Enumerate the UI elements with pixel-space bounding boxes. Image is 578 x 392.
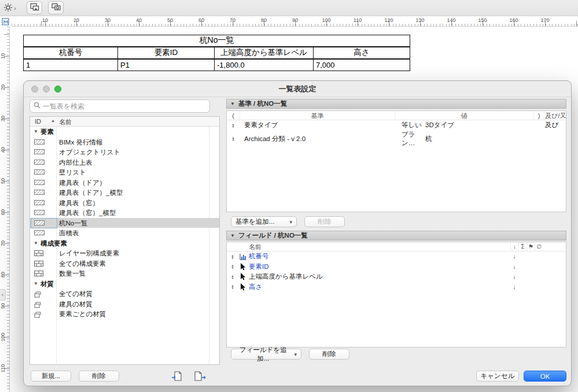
- doc-table-header-cell: 要素ID: [118, 47, 215, 59]
- new-schedule-button[interactable]: 新規...: [31, 371, 71, 382]
- schedule-icon: [34, 169, 45, 175]
- list-group-row[interactable]: ▼構成要素: [30, 238, 219, 249]
- search-input[interactable]: [43, 102, 206, 110]
- horizontal-ruler: 1020304050607080901001101201301401501601…: [12, 17, 578, 27]
- field-row[interactable]: ▲▼高さ↓: [227, 282, 566, 293]
- material-icon: [34, 291, 42, 298]
- list-item[interactable]: 全ての構成要素: [30, 258, 219, 269]
- reorder-handle[interactable]: ▲▼: [227, 123, 240, 128]
- reorder-handle[interactable]: ▲▼: [227, 275, 238, 279]
- ruler-number: 50: [167, 17, 173, 23]
- export-scheme-button[interactable]: [192, 370, 209, 382]
- sort-direction: ↓: [510, 273, 518, 280]
- list-item[interactable]: 数量一覧: [30, 268, 219, 279]
- schedule-icon: [34, 149, 45, 154]
- list-item[interactable]: 建具表（ドア）_横型: [30, 187, 219, 198]
- doc-table-header-cell: 高さ: [314, 47, 410, 59]
- list-item-name: レイヤー別構成要素: [59, 249, 119, 258]
- open-paren-column: (: [227, 111, 240, 120]
- add-field-button[interactable]: フィールドを追加... ▾: [231, 349, 301, 360]
- dialog-title: 一覧表設定: [24, 81, 571, 97]
- ruler-number: 30: [105, 17, 111, 23]
- schedule-icon: [34, 220, 45, 225]
- ruler-number: 80: [261, 17, 267, 23]
- schedule-list-header[interactable]: ID ▲ 名前: [30, 117, 219, 127]
- list-item[interactable]: 建具の材質: [30, 299, 219, 309]
- gear-icon: [3, 3, 13, 14]
- schedule-icon: [34, 190, 45, 195]
- reorder-handle[interactable]: ▲▼: [227, 136, 240, 141]
- list-item[interactable]: 杭No一覧: [30, 218, 219, 228]
- list-group-label: 構成要素: [41, 239, 67, 248]
- add-criteria-button[interactable]: 基準を追加... ▾: [231, 216, 297, 227]
- list-item[interactable]: BIMx 発行情報: [30, 137, 219, 147]
- fields-section-header[interactable]: ▼ フィールド / 杭NO一覧: [226, 231, 566, 241]
- list-item[interactable]: オブジェクトリスト: [30, 147, 219, 157]
- criteria-table[interactable]: ( 基準 値 ) 及び/又は ▲▼要素タイプ等しい3Dタイプ及び▲▼Archic…: [226, 110, 566, 212]
- schedule-icon: [34, 200, 45, 205]
- reorder-handle[interactable]: ▲▼: [227, 264, 238, 269]
- list-item[interactable]: 面積表: [30, 228, 219, 238]
- hide-column-icon: ∅: [535, 242, 543, 252]
- doc-table-header-row: 杭番号要素ID上端高度から基準レベル高さ: [24, 47, 410, 59]
- list-item[interactable]: 全ての材質: [30, 289, 219, 299]
- ok-button[interactable]: OK: [524, 371, 566, 382]
- list-item[interactable]: 建具表（ドア）: [30, 177, 219, 188]
- close-button[interactable]: [31, 86, 38, 93]
- field-row[interactable]: ▲▼杭番号↓: [227, 252, 566, 262]
- list-item-name: 壁リスト: [59, 168, 86, 177]
- delete-criteria-button[interactable]: 削除: [304, 216, 345, 227]
- criteria-logic: 及び: [544, 121, 566, 130]
- field-row[interactable]: ▲▼上端高度から基準レベル↓: [227, 272, 566, 282]
- delete-schedule-button[interactable]: 削除: [79, 371, 119, 382]
- zoom-button[interactable]: [54, 86, 61, 93]
- list-item-name: 内部仕上表: [59, 158, 93, 167]
- schedule-icon: [34, 180, 45, 185]
- chart-icon: [238, 253, 248, 260]
- search-icon: [34, 102, 41, 110]
- list-item[interactable]: 要素ごとの材質: [30, 309, 219, 319]
- layout-tool-button[interactable]: [27, 1, 42, 14]
- list-item[interactable]: 内部仕上表: [30, 157, 219, 168]
- criteria-row[interactable]: ▲▼Archicad 分類 - v 2.0プラン…杭: [227, 130, 566, 140]
- fields-table[interactable]: 名前 ↓ Σ ⚑ ∅ ▲▼杭番号↓▲▼要素ID↓▲▼上端高度から基準レベル↓▲▼…: [226, 242, 566, 347]
- navigator-page-icon[interactable]: [1, 17, 10, 27]
- chevron-down-icon: ▾: [289, 219, 292, 225]
- cancel-button[interactable]: キャンセル: [476, 371, 519, 382]
- criteria-row[interactable]: ▲▼要素タイプ等しい3Dタイプ及び: [227, 120, 566, 130]
- criteria-name: Archicad 分類 - v 2.0: [240, 135, 395, 143]
- list-item-name: 数量一覧: [59, 269, 86, 278]
- field-row[interactable]: ▲▼要素ID↓: [227, 262, 566, 272]
- import-scheme-button[interactable]: [168, 370, 186, 382]
- cursor-icon: [238, 283, 248, 291]
- ruler-number: 40: [0, 145, 6, 154]
- list-item[interactable]: 壁リスト: [30, 167, 219, 177]
- reorder-handle[interactable]: ▲▼: [227, 284, 238, 289]
- criteria-section-header[interactable]: ▼ 基準 / 杭NO一覧: [226, 99, 566, 109]
- vertical-ruler: 102030405060708090100110: [0, 27, 10, 392]
- reorder-handle[interactable]: ▲▼: [227, 254, 238, 259]
- criteria-value: 杭: [424, 135, 533, 143]
- list-group-row[interactable]: ▼要素: [30, 127, 219, 137]
- schedule-list[interactable]: ID ▲ 名前 ▼要素BIMx 発行情報オブジェクトリスト内部仕上表壁リスト建具…: [30, 116, 220, 365]
- doc-table-header-cell: 上端高度から基準レベル: [215, 47, 314, 59]
- schedule-icon: [34, 139, 45, 145]
- list-item[interactable]: 建具表（窓）: [30, 198, 219, 208]
- delete-field-button[interactable]: 削除: [309, 349, 349, 360]
- ruler-number: 60: [0, 208, 6, 217]
- ruler-number: 60: [198, 17, 204, 23]
- name-column-header[interactable]: 名前: [59, 118, 72, 127]
- id-column-header[interactable]: ID: [35, 118, 41, 125]
- panel-collapse-handle[interactable]: ‹: [0, 289, 6, 301]
- settings-button[interactable]: ›: [3, 2, 21, 14]
- list-item[interactable]: レイヤー別構成要素: [30, 248, 219, 258]
- dialog-titlebar[interactable]: 一覧表設定: [24, 81, 571, 97]
- list-group-row[interactable]: ▼材質: [30, 279, 219, 289]
- fields-table-header: 名前 ↓ Σ ⚑ ∅: [227, 242, 566, 252]
- schedule-search-box[interactable]: [30, 99, 210, 113]
- minimize-button[interactable]: [43, 86, 50, 93]
- ruler-number: 70: [0, 239, 6, 248]
- close-paren-column: ): [533, 111, 544, 120]
- organizer-tool-button[interactable]: [48, 1, 64, 14]
- list-item[interactable]: 建具表（窓）_横型: [30, 208, 219, 218]
